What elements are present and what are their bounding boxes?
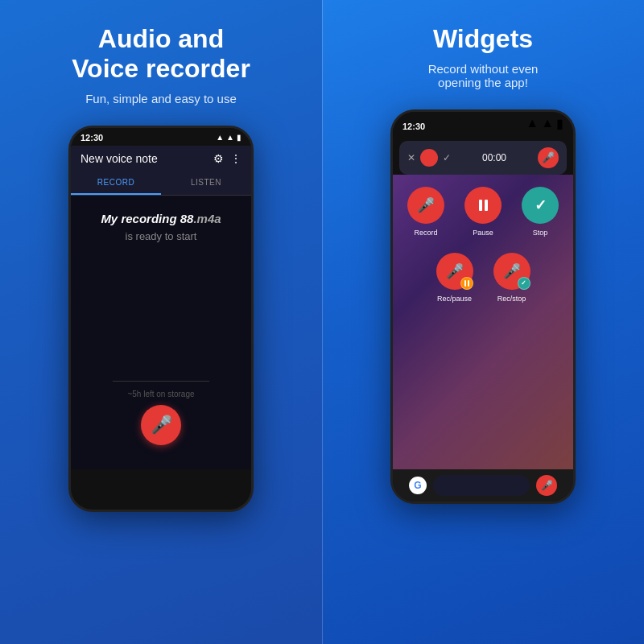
notif-time-display: 00:00 bbox=[456, 152, 533, 163]
widget-recpause-item: 🎤 Rec/pause bbox=[436, 253, 473, 303]
signal-icon: ▲ bbox=[216, 133, 224, 142]
badge-check-icon: ✓ bbox=[521, 279, 526, 287]
widget-stop-button[interactable]: ✓ bbox=[522, 187, 559, 224]
app-header-action-icons: ⚙ ⋮ bbox=[213, 152, 242, 165]
widget-record-mic-icon: 🎤 bbox=[417, 196, 435, 214]
right-panel: Widgets Record without evenopening the a… bbox=[322, 0, 644, 644]
notif-mic-button[interactable]: 🎤 bbox=[538, 147, 559, 168]
widget-record-label: Record bbox=[414, 229, 437, 237]
right-phone-status-icons: ▲ ▲ ▮ bbox=[526, 116, 564, 131]
recpause-badge bbox=[460, 277, 473, 290]
widget-recstop-badge-wrapper: 🎤 ✓ bbox=[493, 253, 530, 290]
widget-record-item: 🎤 Record bbox=[407, 187, 444, 237]
right-phone-inner: 12:30 ▲ ▲ ▮ ✕ ✓ 00:00 🎤 bbox=[393, 112, 573, 502]
more-icon[interactable]: ⋮ bbox=[230, 152, 242, 165]
google-mic-button[interactable]: 🎤 bbox=[536, 475, 557, 496]
widget-recstop-mic-icon: 🎤 bbox=[503, 262, 521, 280]
google-mic-icon: 🎤 bbox=[541, 480, 553, 491]
app-title: New voice note bbox=[80, 152, 158, 165]
left-subtitle: Fun, simple and easy to use bbox=[85, 92, 237, 105]
waveform-line bbox=[113, 381, 209, 382]
left-phone-statusbar: 12:30 ▲ ▲ ▮ bbox=[71, 128, 251, 146]
wifi-icon-right: ▲ bbox=[541, 116, 554, 130]
badge-pause-icon bbox=[464, 280, 469, 287]
right-subtitle: Record without evenopening the app! bbox=[428, 62, 539, 89]
notif-mic-icon: 🎤 bbox=[542, 151, 555, 163]
phone-tabs: RECORD LISTEN bbox=[71, 171, 251, 196]
widget-row-2: 🎤 Rec/pause bbox=[436, 253, 530, 303]
recording-ext: .m4a bbox=[193, 212, 221, 225]
left-app-header: New voice note ⚙ ⋮ bbox=[71, 146, 251, 171]
wifi-icon: ▲ bbox=[226, 133, 234, 142]
right-phone-time: 12:30 bbox=[402, 122, 425, 131]
widget-recpause-badge-wrapper: 🎤 bbox=[436, 253, 473, 290]
panel-divider bbox=[322, 0, 323, 644]
sliders-icon[interactable]: ⚙ bbox=[213, 152, 224, 165]
left-phone-mockup: 12:30 ▲ ▲ ▮ New voice note ⚙ ⋮ RECORD LI… bbox=[68, 126, 254, 512]
google-g-logo[interactable]: G bbox=[409, 477, 427, 494]
storage-text: ~5h left on storage bbox=[127, 390, 194, 398]
record-button[interactable]: 🎤 bbox=[141, 405, 181, 445]
phone-body: My recording 88.m4a is ready to start ~5… bbox=[71, 196, 251, 469]
widget-record-button[interactable]: 🎤 bbox=[407, 187, 444, 224]
phone-bottom-bar: G 🎤 bbox=[393, 469, 573, 502]
recording-filename: My recording 88.m4a bbox=[101, 212, 221, 225]
widget-pause-button[interactable] bbox=[464, 187, 502, 224]
left-panel: Audio andVoice recorder Fun, simple and … bbox=[0, 0, 322, 644]
notification-bar: ✕ ✓ 00:00 🎤 bbox=[399, 141, 567, 175]
widget-recstop-label: Rec/stop bbox=[497, 295, 526, 303]
widget-recpause-label: Rec/pause bbox=[437, 295, 472, 303]
left-phone-time: 12:30 bbox=[80, 133, 103, 142]
widget-area: 🎤 Record Pause bbox=[393, 175, 573, 469]
pause-icon bbox=[479, 200, 488, 211]
tab-record[interactable]: RECORD bbox=[71, 171, 161, 195]
right-title: Widgets bbox=[433, 24, 533, 54]
tab-listen[interactable]: LISTEN bbox=[161, 171, 251, 195]
recstop-badge: ✓ bbox=[518, 277, 530, 290]
ready-to-start-text: is ready to start bbox=[126, 230, 197, 242]
widget-pause-item: Pause bbox=[464, 187, 502, 237]
left-title: Audio andVoice recorder bbox=[72, 24, 250, 84]
widget-stop-item: ✓ Stop bbox=[522, 187, 559, 237]
recording-name-text: My recording 88 bbox=[101, 212, 193, 225]
right-phone-mockup: 12:30 ▲ ▲ ▮ ✕ ✓ 00:00 🎤 bbox=[390, 109, 576, 504]
widget-recstop-item: 🎤 ✓ Rec/stop bbox=[493, 253, 530, 303]
notif-record-dot bbox=[420, 149, 438, 167]
widget-row-1: 🎤 Record Pause bbox=[407, 187, 559, 237]
battery-icon-right: ▮ bbox=[556, 116, 564, 131]
google-search-bar[interactable] bbox=[433, 475, 530, 496]
battery-icon: ▮ bbox=[237, 133, 242, 142]
widget-stop-label: Stop bbox=[533, 229, 548, 237]
widget-pause-label: Pause bbox=[473, 229, 493, 237]
widget-stop-check-icon: ✓ bbox=[535, 196, 547, 214]
phone-notch bbox=[459, 112, 507, 128]
notif-check-icon[interactable]: ✓ bbox=[443, 152, 451, 163]
notif-close-icon[interactable]: ✕ bbox=[407, 152, 415, 163]
mic-icon: 🎤 bbox=[151, 415, 172, 436]
signal-icon-right: ▲ bbox=[526, 116, 539, 130]
widget-recpause-mic-icon: 🎤 bbox=[446, 262, 464, 280]
left-phone-status-icons: ▲ ▲ ▮ bbox=[216, 133, 242, 142]
